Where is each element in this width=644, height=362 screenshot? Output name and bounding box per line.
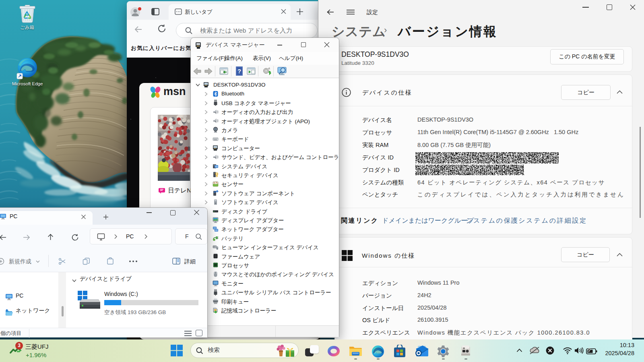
svg-text:?: ? [237, 68, 241, 74]
